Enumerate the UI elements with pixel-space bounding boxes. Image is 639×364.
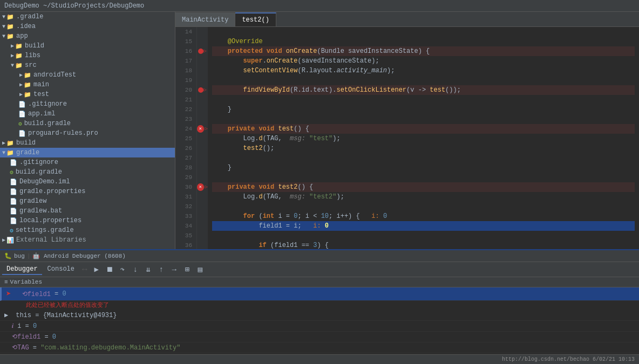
var-name-field1: field1 bbox=[17, 333, 40, 341]
var-val-this: {MainActivity@4931} bbox=[43, 312, 117, 319]
sidebar-item-label: .gitignore bbox=[28, 100, 67, 108]
resume-button[interactable]: ▶ bbox=[91, 264, 103, 276]
folder-icon: 📁 bbox=[15, 52, 23, 59]
sidebar-item-libs[interactable]: ▶ 📁 libs bbox=[0, 51, 175, 60]
sidebar-item-extlib[interactable]: ▶ 📊 External Libraries bbox=[0, 235, 175, 245]
code-line-30: private void test2() { bbox=[212, 182, 635, 192]
gradle-icon: ⚙ bbox=[18, 120, 22, 127]
sidebar-item-gradlewbat[interactable]: 📄 gradlew.bat bbox=[0, 206, 175, 216]
code-line-18: setContentView(R.layout.activity_main); bbox=[212, 66, 635, 75]
step-out-button[interactable]: ↑ bbox=[155, 264, 167, 276]
var-field-icon: ⟲ bbox=[12, 333, 17, 341]
expand-icon: ▶ bbox=[19, 81, 23, 88]
project-title: DebugDemo bbox=[4, 2, 39, 10]
sidebar-item-gitignore-app[interactable]: 📄 .gitignore bbox=[0, 99, 175, 109]
sidebar-item-gradle[interactable]: ▼ 📁 .gradle bbox=[0, 12, 175, 22]
code-line-15: @Override bbox=[212, 37, 635, 46]
sidebar-item-gradleprops[interactable]: 📄 gradle.properties bbox=[0, 187, 175, 196]
sidebar-item-buildgradle-app[interactable]: ⚙ build.gradle bbox=[0, 119, 175, 128]
file-icon: 📄 bbox=[18, 130, 26, 137]
sidebar-item-appiml[interactable]: 📄 app.iml bbox=[0, 109, 175, 119]
file-icon: 📄 bbox=[10, 198, 17, 205]
code-line-19 bbox=[212, 75, 635, 85]
sidebar-item-label: build bbox=[16, 139, 36, 147]
sidebar-item-test[interactable]: ▶ 📁 test bbox=[0, 90, 175, 99]
code-line-26: test2(); bbox=[212, 143, 635, 153]
sidebar-item-proguard[interactable]: 📄 proguard-rules.pro bbox=[0, 128, 175, 138]
step-over-button[interactable]: ↷ bbox=[117, 264, 128, 276]
sidebar-item-buildgradle-root[interactable]: ⚙ build.gradle bbox=[0, 167, 175, 177]
variable-field1-changed[interactable]: ➤ ⟲field1 = 0 bbox=[0, 287, 639, 301]
editor-tabs: MainActivity test2() bbox=[175, 12, 639, 27]
expand-icon: ▼ bbox=[2, 14, 5, 20]
sidebar-item-idea[interactable]: ▼ 📁 .idea bbox=[0, 22, 175, 31]
sidebar-item-localprops[interactable]: 📄 local.properties bbox=[0, 216, 175, 225]
expand-icon: ▶ bbox=[11, 52, 14, 59]
expand-icon: ▶ bbox=[19, 72, 23, 78]
file-icon: 📄 bbox=[18, 101, 26, 108]
sidebar-item-main[interactable]: ▶ 📁 main bbox=[0, 80, 175, 90]
sidebar-item-src[interactable]: ▼ 📁 src bbox=[0, 60, 175, 70]
sidebar-item-gitignore-root[interactable]: 📄 .gitignore bbox=[0, 157, 175, 167]
code-line-29 bbox=[212, 173, 635, 182]
sidebar-item-settingsgradle[interactable]: ⚙ settings.gradle bbox=[0, 225, 175, 235]
sidebar-item-label: build.gradle bbox=[24, 120, 71, 127]
tab-mainactivity[interactable]: MainActivity bbox=[175, 12, 235, 26]
sidebar-item-gradlew[interactable]: 📄 gradlew bbox=[0, 196, 175, 206]
folder-icon: 📁 bbox=[6, 13, 14, 20]
sidebar-item-androidtest[interactable]: ▶ 📁 androidTest bbox=[0, 70, 175, 80]
sidebar-item-debugdemoiml[interactable]: 📄 DebugDemo.iml bbox=[0, 177, 175, 187]
sidebar-item-label: gradlew.bat bbox=[19, 207, 62, 215]
expand-icon: ▼ bbox=[2, 150, 5, 156]
sidebar-item-label: .gitignore bbox=[19, 159, 58, 166]
change-tooltip-text: 此处已经被入断点处的值改变了 bbox=[26, 301, 109, 309]
variable-i[interactable]: 𝒊 i = 0 bbox=[0, 321, 639, 332]
tab-label: MainActivity bbox=[182, 16, 228, 24]
step-into-button[interactable]: ↓ bbox=[130, 264, 141, 276]
tab-test2[interactable]: test2() bbox=[235, 12, 276, 26]
main-container: DebugDemo ~/StudioProjects/DebugDemo ▼ 📁… bbox=[0, 0, 639, 364]
sidebar-item-label: DebugDemo.iml bbox=[19, 178, 70, 186]
sidebar-item-build-root[interactable]: ▶ 📁 build bbox=[0, 138, 175, 148]
code-line-16: protected void onCreate(Bundle savedInst… bbox=[212, 46, 635, 56]
vars-icon: ≡ bbox=[4, 279, 8, 285]
bp-arrow-16: ▷ bbox=[203, 46, 206, 56]
sidebar-item-app[interactable]: ▼ 📁 app bbox=[0, 31, 175, 41]
file-icon: 📄 bbox=[10, 159, 17, 166]
force-step-into-button[interactable]: ⇊ bbox=[142, 264, 154, 276]
evaluate-button[interactable]: ⊞ bbox=[181, 264, 193, 276]
var-name-this: this bbox=[12, 312, 31, 319]
debug-tab-console[interactable]: Console bbox=[43, 264, 79, 275]
variable-field1[interactable]: ⟲ field1 = 0 bbox=[0, 332, 639, 342]
expand-icon: ▶ bbox=[2, 140, 5, 146]
code-line-32 bbox=[212, 202, 635, 211]
code-line-14 bbox=[212, 27, 635, 37]
debug-content: ≡ Variables ➤ ⟲field1 = 0 此处已经被入断点处的值改变了… bbox=[0, 277, 639, 354]
stop-button[interactable]: ⏹ bbox=[104, 264, 115, 276]
breakpoint-30: ✕ bbox=[197, 183, 204, 191]
code-line-24: private void test() { bbox=[212, 124, 635, 134]
sidebar-item-label: app bbox=[16, 32, 28, 40]
folder-icon: 📁 bbox=[24, 91, 31, 98]
breakpoint-24: ✕ bbox=[197, 125, 204, 133]
status-right: http://blog.csdn.net/bechao 6/02/21 10:1… bbox=[502, 356, 635, 362]
folder-icon: 📁 bbox=[15, 43, 23, 50]
debug-tab-debugger[interactable]: Debugger bbox=[2, 264, 42, 275]
expand-icon[interactable]: ▶ bbox=[4, 311, 12, 319]
project-path: ~/StudioProjects/DebugDemo bbox=[43, 2, 144, 10]
folder-icon: 📁 bbox=[6, 23, 14, 30]
file-icon: 📄 bbox=[10, 217, 17, 224]
expand-icon: ▶ bbox=[11, 43, 14, 49]
variable-tag[interactable]: ⟲ TAG = "com.waiting.debugdemo.MainActiv… bbox=[0, 342, 639, 353]
bp-arrow-30: ▷ bbox=[205, 182, 208, 192]
folder-icon: 📁 bbox=[24, 81, 31, 88]
sidebar-item-gradle-root[interactable]: ▼ 📁 gradle bbox=[0, 148, 175, 157]
code-line-31: Log.d(TAG, msg: "test2"); bbox=[212, 192, 635, 202]
run-to-cursor-button[interactable]: → bbox=[168, 264, 180, 276]
variable-this[interactable]: ▶ this = {MainActivity@4931} bbox=[0, 310, 639, 321]
sidebar-item-label: src bbox=[25, 61, 37, 69]
sidebar-item-label: .gradle bbox=[16, 13, 43, 20]
code-line-33: for (int i = 0; i < 10; i++) { i: 0 bbox=[212, 211, 635, 221]
sidebar-item-build[interactable]: ▶ 📁 build bbox=[0, 41, 175, 51]
frames-button[interactable]: ▤ bbox=[194, 264, 206, 276]
